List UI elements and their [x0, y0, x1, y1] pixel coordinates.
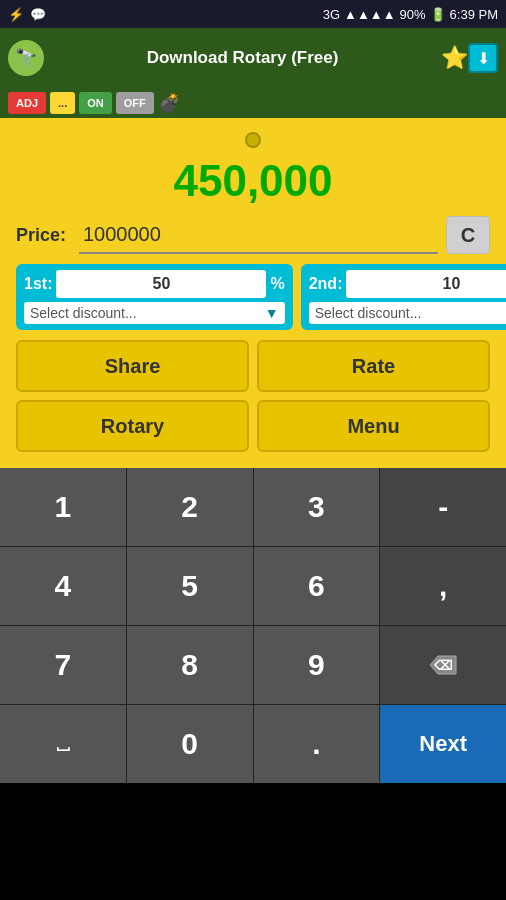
key-7[interactable]: 7 [0, 626, 126, 704]
bomb-icon: 💣 [158, 92, 180, 114]
discount-1-top: 1st: % [24, 270, 285, 298]
status-icons-left: ⚡ 💬 [8, 7, 46, 22]
download-button[interactable]: ⬇ [468, 43, 498, 73]
menu-button[interactable]: Menu [257, 400, 490, 452]
tag-hole [245, 132, 261, 148]
key-dot[interactable]: . [254, 705, 380, 783]
discount-2-box: 2nd: % Select discount... ▼ [301, 264, 506, 330]
toolbar-btn-on[interactable]: ON [79, 92, 112, 114]
price-input[interactable] [79, 216, 438, 254]
discount-2-label: 2nd: [309, 275, 343, 293]
signal-bars: ▲▲▲▲ [344, 7, 395, 22]
key-5[interactable]: 5 [127, 547, 253, 625]
status-bar: ⚡ 💬 3G ▲▲▲▲ 90% 🔋 6:39 PM [0, 0, 506, 28]
discount-grid: 1st: % Select discount... ▼ 2nd: % Selec… [16, 264, 490, 330]
toolbar-btn-off[interactable]: OFF [116, 92, 154, 114]
message-icon: 💬 [30, 7, 46, 22]
rotary-button[interactable]: Rotary [16, 400, 249, 452]
key-backspace[interactable]: ⌫ [380, 626, 506, 704]
price-label: Price: [16, 225, 71, 246]
header-title: Download Rotary (Free) [44, 48, 441, 68]
action-buttons: Share Rate Rotary Menu [16, 340, 490, 452]
app-logo: 🔭 [8, 40, 44, 76]
rate-button[interactable]: Rate [257, 340, 490, 392]
status-icons-right: 3G ▲▲▲▲ 90% 🔋 6:39 PM [323, 7, 498, 22]
result-display: 450,000 [16, 150, 490, 216]
key-6[interactable]: 6 [254, 547, 380, 625]
discount-2-top: 2nd: % [309, 270, 506, 298]
next-button[interactable]: Next [380, 705, 506, 783]
discount-2-select[interactable]: Select discount... ▼ [309, 302, 506, 324]
discount-1-pct: % [270, 275, 284, 293]
svg-text:⌫: ⌫ [433, 658, 452, 673]
key-4[interactable]: 4 [0, 547, 126, 625]
battery-icon: 🔋 [430, 7, 446, 22]
usb-icon: ⚡ [8, 7, 24, 22]
discount-2-input[interactable] [346, 270, 506, 298]
key-1[interactable]: 1 [0, 468, 126, 546]
key-minus[interactable]: - [380, 468, 506, 546]
discount-1-select[interactable]: Select discount... ▼ [24, 302, 285, 324]
toolbar-btn-adj[interactable]: ADJ [8, 92, 46, 114]
app-header: 🔭 Download Rotary (Free) ⭐ ⬇ [0, 28, 506, 88]
key-9[interactable]: 9 [254, 626, 380, 704]
battery-percent: 90% [400, 7, 426, 22]
star-icon[interactable]: ⭐ [441, 45, 468, 71]
key-3[interactable]: 3 [254, 468, 380, 546]
network-type: 3G [323, 7, 340, 22]
key-space[interactable]: ⎵ [0, 705, 126, 783]
discount-1-box: 1st: % Select discount... ▼ [16, 264, 293, 330]
main-content: 450,000 Price: C 1st: % Select discount.… [0, 118, 506, 468]
clear-button[interactable]: C [446, 216, 490, 254]
download-icon: ⬇ [477, 49, 490, 68]
discount-1-label: 1st: [24, 275, 52, 293]
key-2[interactable]: 2 [127, 468, 253, 546]
discount-1-select-label: Select discount... [30, 305, 137, 321]
price-row: Price: C [16, 216, 490, 254]
price-tag-decoration [16, 128, 490, 150]
time-display: 6:39 PM [450, 7, 498, 22]
discount-1-input[interactable] [56, 270, 266, 298]
discount-2-select-label: Select discount... [315, 305, 422, 321]
discount-1-arrow: ▼ [265, 305, 279, 321]
key-8[interactable]: 8 [127, 626, 253, 704]
compass-icon: 🔭 [15, 47, 37, 69]
share-button[interactable]: Share [16, 340, 249, 392]
toolbar-btn-dots[interactable]: ... [50, 92, 75, 114]
keypad: 1 2 3 - 4 5 6 , 7 8 9 ⌫ ⎵ 0 . Next [0, 468, 506, 783]
toolbar: ADJ ... ON OFF 💣 [0, 88, 506, 118]
key-comma[interactable]: , [380, 547, 506, 625]
key-0[interactable]: 0 [127, 705, 253, 783]
